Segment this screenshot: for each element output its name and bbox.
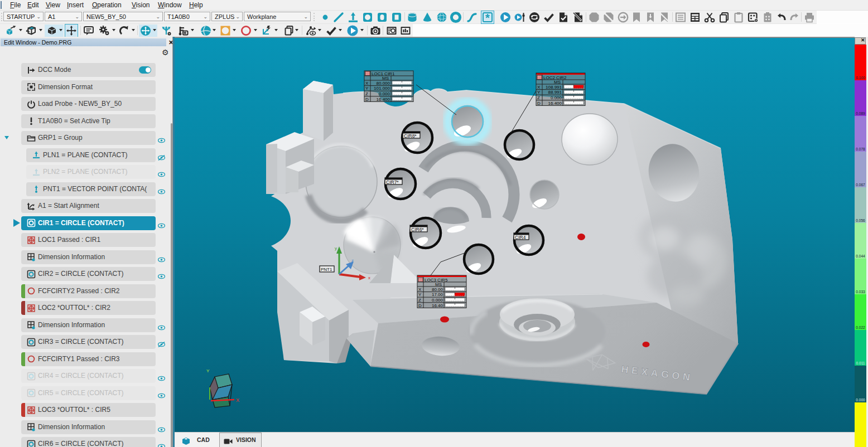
svg-text:0.000: 0.000: [432, 298, 443, 303]
svg-text:X: X: [418, 287, 422, 292]
svg-text:Y: Y: [418, 292, 422, 297]
svg-text:16.40: 16.40: [432, 303, 443, 308]
svg-text:Z: Z: [537, 95, 540, 100]
svg-text:x: x: [368, 275, 370, 280]
svg-text:CIR6*: CIR6*: [411, 227, 424, 232]
svg-text:CIR8*: CIR8*: [404, 133, 417, 139]
svg-text:X: X: [537, 85, 541, 90]
svg-text:0.000: 0.000: [379, 91, 390, 96]
svg-text:0.000: 0.000: [551, 95, 562, 100]
svg-text:Z: Z: [365, 91, 368, 96]
svg-text:X: X: [365, 81, 369, 86]
svg-text:*: *: [485, 12, 490, 23]
svg-text:16.400: 16.400: [548, 101, 562, 106]
svg-text:Y: Y: [537, 90, 541, 95]
svg-text:X: X: [236, 397, 239, 403]
svg-text:PNT1: PNT1: [321, 267, 332, 272]
svg-text:D: D: [365, 97, 369, 102]
svg-text:17.00: 17.00: [432, 292, 443, 297]
svg-text:16.400: 16.400: [377, 97, 390, 102]
svg-text:Y: Y: [206, 368, 210, 373]
svg-text:D: D: [418, 303, 422, 308]
svg-text:108.991: 108.991: [546, 85, 562, 90]
svg-text:101.000: 101.000: [374, 86, 390, 91]
svg-text:z: z: [351, 258, 354, 263]
svg-text:y: y: [335, 246, 337, 251]
svg-text:80.00: 80.00: [432, 287, 443, 292]
svg-text:80.000: 80.000: [377, 81, 390, 86]
svg-text:88.991: 88.991: [548, 90, 562, 95]
svg-text:CIR7*: CIR7*: [386, 179, 399, 185]
svg-text:Y: Y: [365, 86, 369, 91]
svg-text:Z: Z: [418, 298, 421, 303]
svg-text:D: D: [537, 101, 541, 106]
svg-text:CIR4: CIR4: [515, 235, 526, 240]
